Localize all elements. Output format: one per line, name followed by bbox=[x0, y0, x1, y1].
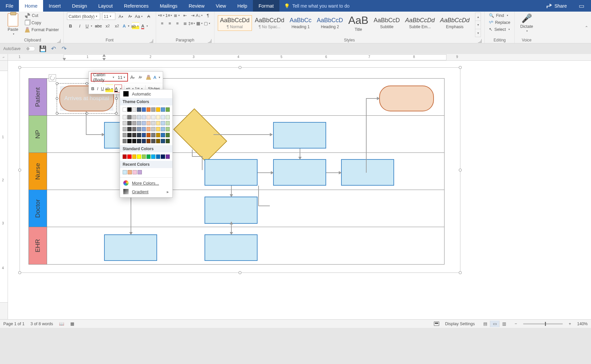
undo-icon[interactable]: ↶ bbox=[50, 46, 56, 52]
color-swatch[interactable] bbox=[147, 115, 150, 119]
color-automatic[interactable]: Automatic bbox=[120, 90, 172, 98]
color-swatch[interactable] bbox=[147, 154, 150, 159]
subscript-button[interactable]: x2 bbox=[104, 22, 111, 30]
color-swatch[interactable] bbox=[161, 133, 165, 137]
document-workspace[interactable]: 1 2 3 4 PatientNPNurseDoctorEHR Arrives … bbox=[0, 61, 591, 319]
tab-view[interactable]: View bbox=[210, 0, 232, 12]
borders-button[interactable]: ▢ bbox=[205, 21, 211, 26]
style-card[interactable]: AaBbCcDd¶ Normal bbox=[218, 15, 252, 31]
color-swatch[interactable] bbox=[127, 107, 131, 112]
color-swatch[interactable] bbox=[138, 170, 142, 174]
font-size-select[interactable]: 11▾ bbox=[102, 13, 115, 20]
shape-process-ehr-2[interactable] bbox=[205, 234, 258, 261]
style-card[interactable]: AaBTitle bbox=[346, 13, 371, 33]
color-swatch[interactable] bbox=[137, 133, 141, 137]
strikethrough-button[interactable]: abc bbox=[95, 22, 102, 30]
mini-format-painter[interactable] bbox=[145, 73, 152, 81]
color-swatch[interactable] bbox=[156, 139, 160, 143]
tab-mailings[interactable]: Mailings bbox=[154, 0, 183, 12]
color-swatch[interactable] bbox=[142, 115, 146, 119]
color-swatch[interactable] bbox=[123, 154, 127, 159]
dialog-launcher-icon[interactable] bbox=[57, 39, 61, 43]
copy-button[interactable]: Copy bbox=[24, 20, 60, 26]
mini-styles[interactable]: A bbox=[153, 73, 161, 81]
style-card[interactable]: AaBbCcDdEmphasis bbox=[438, 15, 472, 31]
zoom-out-button[interactable]: − bbox=[514, 322, 517, 326]
color-swatch[interactable] bbox=[147, 127, 150, 131]
color-swatch[interactable] bbox=[147, 133, 150, 137]
horizontal-ruler[interactable]: ⌐ 1 1 2 3 4 5 6 7 8 9 bbox=[0, 54, 591, 61]
decrease-font-size[interactable]: A▾ bbox=[127, 13, 134, 20]
color-swatch[interactable] bbox=[137, 115, 141, 119]
tab-insert[interactable]: Insert bbox=[43, 0, 66, 12]
tab-design[interactable]: Design bbox=[66, 0, 92, 12]
cut-button[interactable]: Cut bbox=[24, 13, 60, 19]
tab-help[interactable]: Help bbox=[232, 0, 253, 12]
change-case[interactable]: Aa bbox=[136, 13, 143, 20]
color-swatch[interactable] bbox=[161, 115, 165, 119]
color-swatch[interactable] bbox=[151, 107, 155, 112]
dialog-launcher-icon[interactable] bbox=[208, 39, 211, 43]
color-swatch[interactable] bbox=[127, 154, 131, 159]
font-family-select[interactable]: Calibri (Body)▾ bbox=[67, 13, 100, 20]
color-swatch[interactable] bbox=[123, 170, 127, 174]
align-center[interactable]: ≡ bbox=[167, 21, 173, 26]
shape-process-nurse-3[interactable] bbox=[341, 159, 394, 186]
read-mode-icon[interactable]: ▤ bbox=[481, 321, 490, 327]
color-swatch[interactable] bbox=[166, 115, 170, 119]
mini-font-family[interactable]: Calibri (Body▾ bbox=[92, 74, 116, 81]
redo-icon[interactable]: ↷ bbox=[61, 46, 67, 52]
bullets-button[interactable]: •≡ bbox=[159, 13, 165, 18]
print-layout-icon[interactable]: ▭ bbox=[490, 321, 499, 327]
color-swatch[interactable] bbox=[161, 139, 165, 143]
shape-process-doctor-1[interactable] bbox=[205, 197, 258, 224]
status-page[interactable]: Page 1 of 1 bbox=[3, 322, 25, 326]
align-left[interactable]: ≡ bbox=[159, 21, 165, 26]
bold-button[interactable]: B bbox=[67, 22, 74, 30]
color-swatch[interactable] bbox=[123, 133, 127, 137]
sort-button[interactable]: A↓ bbox=[198, 13, 203, 18]
color-swatch[interactable] bbox=[123, 121, 127, 125]
zoom-level[interactable]: 140% bbox=[577, 322, 588, 326]
superscript-button[interactable]: x2 bbox=[113, 22, 121, 30]
share-button[interactable]: Share bbox=[541, 0, 572, 12]
color-swatch[interactable] bbox=[156, 127, 160, 131]
color-swatch[interactable] bbox=[166, 133, 170, 137]
vertical-ruler[interactable]: 1 2 3 4 bbox=[0, 61, 8, 319]
display-settings-label[interactable]: Display Settings bbox=[445, 322, 475, 326]
color-swatch[interactable] bbox=[156, 133, 160, 137]
color-swatch[interactable] bbox=[132, 133, 136, 137]
status-words[interactable]: 3 of 8 words bbox=[30, 322, 53, 326]
zoom-slider[interactable] bbox=[523, 323, 563, 325]
color-swatch[interactable] bbox=[132, 154, 136, 159]
style-card[interactable]: AaBbCcDd¶ No Spac... bbox=[253, 15, 287, 31]
color-swatch[interactable] bbox=[132, 121, 136, 125]
color-swatch[interactable] bbox=[147, 107, 150, 112]
styles-gallery[interactable]: AaBbCcDd¶ NormalAaBbCcDd¶ No Spac...AaBb… bbox=[218, 13, 472, 33]
color-swatch[interactable] bbox=[142, 133, 146, 137]
color-swatch[interactable] bbox=[133, 170, 137, 174]
show-marks[interactable]: ¶ bbox=[205, 13, 211, 18]
decrease-indent[interactable]: ⇤ bbox=[182, 13, 188, 18]
web-layout-icon[interactable]: ▥ bbox=[499, 321, 508, 327]
window-restore-icon[interactable]: ▭ bbox=[579, 2, 584, 10]
color-swatch[interactable] bbox=[161, 154, 165, 159]
shape-decision[interactable] bbox=[177, 120, 223, 150]
color-swatch[interactable] bbox=[137, 139, 141, 143]
increase-indent[interactable]: ⇥ bbox=[190, 13, 196, 18]
style-card[interactable]: AaBbCcHeading 1 bbox=[287, 15, 314, 31]
tab-home[interactable]: Home bbox=[19, 0, 43, 12]
color-swatch[interactable] bbox=[142, 121, 146, 125]
style-card[interactable]: AaBbCcDSubtitle bbox=[371, 15, 402, 31]
color-swatch[interactable] bbox=[127, 133, 131, 137]
dialog-launcher-icon[interactable] bbox=[149, 39, 153, 43]
numbering-button[interactable]: 1≡ bbox=[167, 13, 173, 18]
tab-review[interactable]: Review bbox=[183, 0, 210, 12]
color-swatch[interactable] bbox=[156, 121, 160, 125]
mini-increase-font[interactable]: A▴ bbox=[129, 73, 136, 81]
color-swatch[interactable] bbox=[127, 115, 131, 119]
save-icon[interactable]: 💾 bbox=[40, 46, 46, 52]
replace-button[interactable]: ᵃ⁄ᵇReplace bbox=[488, 20, 511, 25]
color-swatch[interactable] bbox=[127, 121, 131, 125]
color-swatch[interactable] bbox=[137, 127, 141, 131]
